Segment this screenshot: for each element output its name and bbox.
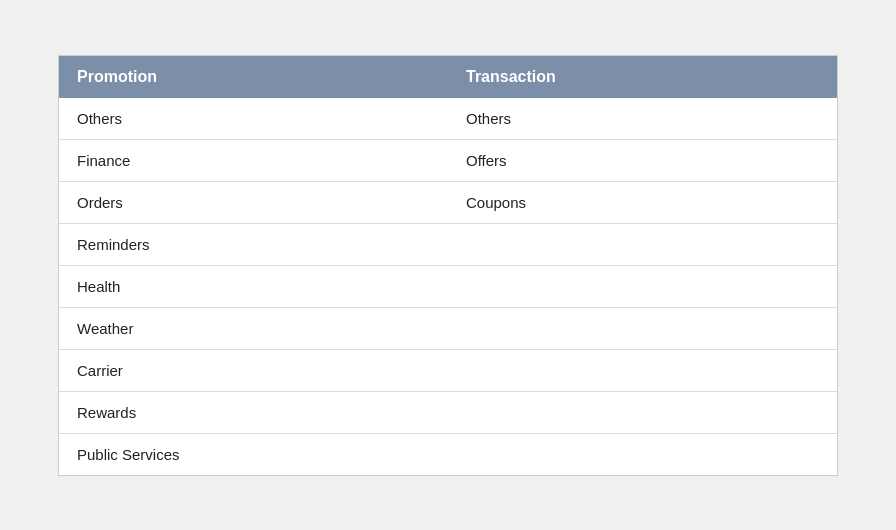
categories-table: Promotion Transaction OthersOthersFinanc… [59, 56, 837, 475]
promotion-column-header: Promotion [59, 56, 448, 98]
promotion-cell: Weather [59, 307, 448, 349]
promotion-cell: Reminders [59, 223, 448, 265]
transaction-cell: Coupons [448, 181, 837, 223]
promotion-cell: Orders [59, 181, 448, 223]
table-row: FinanceOffers [59, 139, 837, 181]
promotion-cell: Carrier [59, 349, 448, 391]
transaction-column-header: Transaction [448, 56, 837, 98]
transaction-cell [448, 223, 837, 265]
table-row: Reminders [59, 223, 837, 265]
main-table-container: Promotion Transaction OthersOthersFinanc… [58, 55, 838, 476]
transaction-cell [448, 265, 837, 307]
promotion-cell: Finance [59, 139, 448, 181]
table-row: Public Services [59, 433, 837, 475]
transaction-cell: Others [448, 98, 837, 140]
promotion-cell: Health [59, 265, 448, 307]
transaction-cell [448, 349, 837, 391]
transaction-cell [448, 307, 837, 349]
promotion-cell: Others [59, 98, 448, 140]
promotion-cell: Rewards [59, 391, 448, 433]
transaction-cell [448, 433, 837, 475]
promotion-cell: Public Services [59, 433, 448, 475]
table-row: Weather [59, 307, 837, 349]
table-row: OrdersCoupons [59, 181, 837, 223]
table-row: Rewards [59, 391, 837, 433]
table-row: Health [59, 265, 837, 307]
transaction-cell [448, 391, 837, 433]
table-header-row: Promotion Transaction [59, 56, 837, 98]
transaction-cell: Offers [448, 139, 837, 181]
table-row: Carrier [59, 349, 837, 391]
table-row: OthersOthers [59, 98, 837, 140]
